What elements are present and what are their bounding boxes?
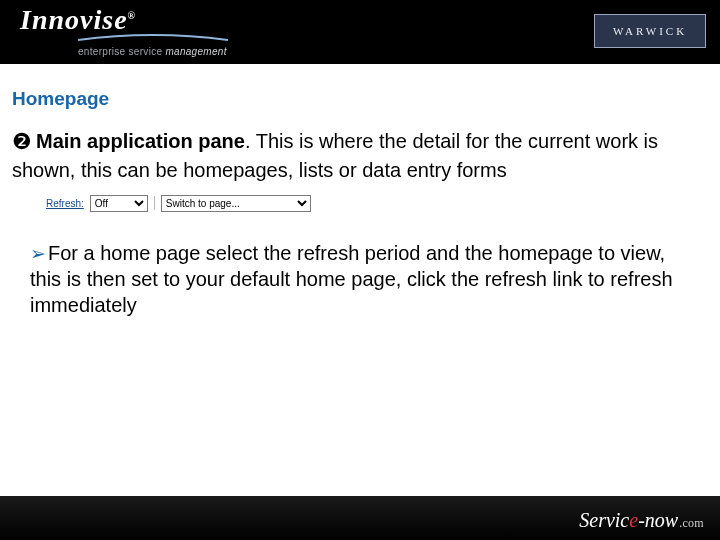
switch-page-select[interactable]: Switch to page... bbox=[161, 195, 311, 212]
slide: Innovise® enterprise service management … bbox=[0, 0, 720, 540]
footer-bar: Service-now.com bbox=[0, 496, 720, 540]
warwick-badge: WARWICK bbox=[594, 14, 706, 48]
sub-text: For a home page select the refresh perio… bbox=[30, 242, 673, 317]
footer-brand-right: .com bbox=[679, 516, 704, 530]
innovise-logo: Innovise® enterprise service management bbox=[20, 6, 228, 57]
toolbar-separator bbox=[154, 196, 155, 210]
sub-paragraph: ➢For a home page select the refresh peri… bbox=[30, 240, 700, 319]
refresh-toolbar: Refresh: Off Switch to page... bbox=[40, 193, 317, 216]
service-now-logo: Service-now.com bbox=[579, 509, 704, 532]
tagline-em: management bbox=[165, 46, 226, 57]
header-bar: Innovise® enterprise service management … bbox=[0, 0, 720, 64]
footer-brand-tail: -now bbox=[638, 509, 678, 531]
warwick-text: WARWICK bbox=[613, 25, 687, 37]
refresh-period-select[interactable]: Off bbox=[90, 195, 148, 212]
page-title: Homepage bbox=[12, 88, 708, 110]
main-paragraph: ❷Main application pane. This is where th… bbox=[12, 128, 700, 183]
footer-brand-left: Service-now bbox=[579, 509, 678, 531]
footer-brand-head: Servic bbox=[579, 509, 629, 531]
registered-icon: ® bbox=[128, 10, 136, 21]
main-lead: Main application pane bbox=[36, 130, 245, 152]
circled-two-icon: ❷ bbox=[12, 129, 32, 154]
footer-brand-highlight: e bbox=[629, 509, 638, 531]
refresh-link[interactable]: Refresh: bbox=[46, 198, 84, 209]
arrow-bullet-icon: ➢ bbox=[30, 243, 46, 264]
tagline-prefix: enterprise service bbox=[78, 46, 165, 57]
logo-tagline: enterprise service management bbox=[78, 46, 228, 57]
body-area: Homepage ❷Main application pane. This is… bbox=[0, 64, 720, 318]
